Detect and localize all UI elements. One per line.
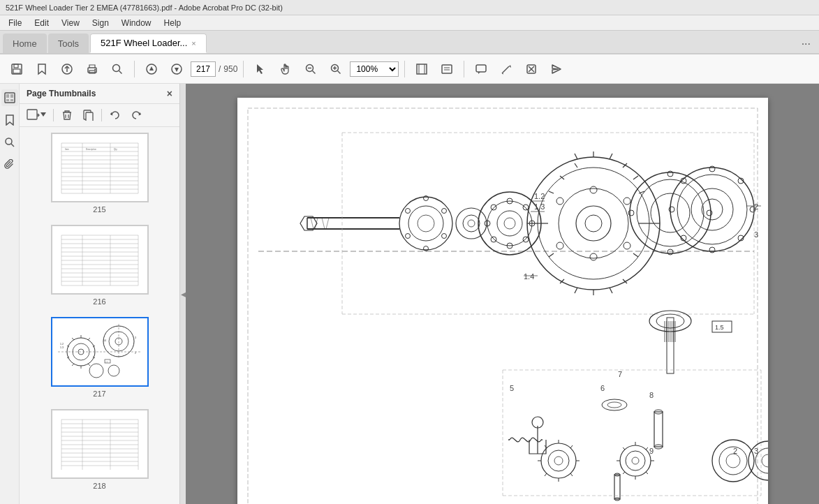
- tab-more-button[interactable]: ···: [796, 35, 816, 53]
- menu-edit[interactable]: Edit: [29, 17, 54, 29]
- page-down-button[interactable]: [165, 58, 188, 80]
- svg-text:1.2: 1.2: [60, 343, 64, 346]
- svg-point-7: [94, 68, 96, 70]
- zoom-out-button[interactable]: [300, 58, 322, 80]
- left-sidebar-icons: [0, 84, 20, 504]
- thumbnail-close-button[interactable]: ×: [167, 88, 172, 99]
- pdf-content-area[interactable]: 1.2 1.3 1.4 5 6 7 8 9 2 3 3 2 1.5: [186, 84, 819, 504]
- thumb-rotate-cw-button[interactable]: [127, 107, 145, 124]
- svg-text:Item: Item: [65, 148, 69, 151]
- thumb-separator-1: [53, 109, 54, 121]
- main-content: Page Thumbnails ×: [0, 84, 819, 504]
- svg-marker-45: [40, 112, 46, 117]
- thumbnail-panel-title: Page Thumbnails: [27, 89, 96, 98]
- menu-help[interactable]: Help: [158, 17, 187, 29]
- svg-text:1.4: 1.4: [524, 272, 534, 281]
- upload-button[interactable]: [56, 58, 78, 80]
- tab-document-label: 521F Wheel Loader...: [101, 38, 187, 48]
- thumb-extract-button[interactable]: [79, 107, 97, 124]
- svg-text:2: 2: [754, 202, 758, 211]
- toolbar: / 950 50% 75% 100% 125% 150% 200%: [0, 54, 819, 84]
- svg-text:7: 7: [618, 370, 622, 378]
- menu-file[interactable]: File: [3, 17, 27, 29]
- redact-button[interactable]: [520, 58, 543, 80]
- svg-line-32: [502, 73, 503, 74]
- menu-sign[interactable]: Sign: [87, 17, 115, 29]
- thumbnail-list: Item Description Qty 215: [20, 127, 179, 504]
- thumbnail-panel-header: Page Thumbnails ×: [20, 84, 179, 104]
- svg-marker-11: [149, 66, 154, 71]
- title-bar: 521F Wheel Loader Tier 2 EMEA (47781663)…: [0, 0, 819, 15]
- svg-rect-22: [417, 64, 427, 74]
- title-text: 521F Wheel Loader Tier 2 EMEA (47781663)…: [6, 3, 283, 12]
- save-button[interactable]: [6, 58, 28, 80]
- thumbnail-215[interactable]: Item Description Qty: [51, 133, 149, 202]
- menu-view[interactable]: View: [56, 17, 85, 29]
- svg-rect-44: [27, 110, 37, 119]
- svg-line-19: [338, 71, 341, 73]
- svg-text:1.5: 1.5: [105, 361, 108, 363]
- svg-text:9: 9: [649, 447, 654, 455]
- tab-document[interactable]: 521F Wheel Loader... ×: [90, 34, 207, 53]
- zoom-select[interactable]: 50% 75% 100% 125% 150% 200%: [350, 61, 399, 77]
- sidebar-search-icon[interactable]: [1, 134, 18, 151]
- page-input[interactable]: [191, 61, 216, 77]
- thumb-rotate-ccw-button[interactable]: [106, 107, 124, 124]
- tab-close-button[interactable]: ×: [191, 39, 195, 47]
- fit-page-button[interactable]: [411, 58, 433, 80]
- panel-resize-handle[interactable]: ◂: [180, 84, 186, 504]
- svg-text:Qty: Qty: [114, 148, 117, 151]
- thumbnail-217[interactable]: 1.2 1.3 14 2 3 1.5: [51, 317, 149, 387]
- svg-text:3: 3: [754, 230, 758, 239]
- svg-text:2: 2: [135, 352, 136, 355]
- svg-rect-40: [10, 99, 13, 101]
- menu-bar: File Edit View Sign Window Help: [0, 15, 819, 31]
- comment-button[interactable]: [470, 58, 492, 80]
- zoom-search-button[interactable]: [106, 58, 128, 80]
- thumb-delete-button[interactable]: [58, 107, 76, 124]
- tab-home[interactable]: Home: [3, 34, 47, 53]
- menu-window[interactable]: Window: [116, 17, 157, 29]
- svg-marker-14: [257, 64, 263, 74]
- svg-rect-39: [6, 99, 9, 101]
- hand-tool-button[interactable]: [274, 58, 297, 80]
- thumbnail-item-215: Item Description Qty 215: [25, 133, 174, 214]
- select-tool-button[interactable]: [249, 58, 272, 80]
- svg-rect-52: [54, 136, 145, 199]
- svg-point-42: [6, 138, 12, 144]
- markup-button[interactable]: [495, 58, 517, 80]
- share-button[interactable]: [545, 58, 568, 80]
- thumbnail-label-217: 217: [93, 390, 105, 398]
- separator-3: [404, 61, 405, 77]
- sidebar-attachments-icon[interactable]: [1, 156, 18, 173]
- page-separator: /: [219, 64, 221, 74]
- separator-1: [134, 61, 135, 77]
- thumbnail-label-215: 215: [93, 205, 105, 214]
- separator-2: [243, 61, 244, 77]
- bookmark-button[interactable]: [31, 58, 53, 80]
- page-total: 950: [223, 64, 237, 74]
- print-button[interactable]: [81, 58, 103, 80]
- thumbnail-216[interactable]: [51, 225, 149, 295]
- sidebar-thumbnails-icon[interactable]: [1, 89, 18, 106]
- zoom-in-button[interactable]: [325, 58, 347, 80]
- svg-marker-41: [6, 115, 13, 125]
- svg-rect-119: [54, 413, 145, 475]
- tab-tools[interactable]: Tools: [48, 34, 89, 53]
- svg-rect-6: [89, 71, 95, 73]
- svg-text:5: 5: [510, 384, 514, 392]
- sidebar-bookmarks-icon[interactable]: [1, 112, 18, 128]
- page-up-button[interactable]: [140, 58, 163, 80]
- scroll-mode-button[interactable]: [436, 58, 458, 80]
- pdf-page: 1.2 1.3 1.4 5 6 7 8 9 2 3 3 2 1.5: [237, 98, 768, 504]
- svg-text:14: 14: [103, 339, 106, 342]
- svg-text:6: 6: [600, 384, 605, 392]
- svg-text:3: 3: [754, 447, 758, 455]
- thumbnail-panel: Page Thumbnails ×: [20, 84, 180, 504]
- svg-rect-49: [86, 112, 93, 121]
- svg-line-16: [313, 71, 316, 73]
- svg-text:3: 3: [135, 336, 136, 339]
- thumbnail-218[interactable]: [51, 409, 149, 479]
- tab-tools-label: Tools: [58, 38, 79, 49]
- thumb-select-dropdown[interactable]: [24, 107, 49, 124]
